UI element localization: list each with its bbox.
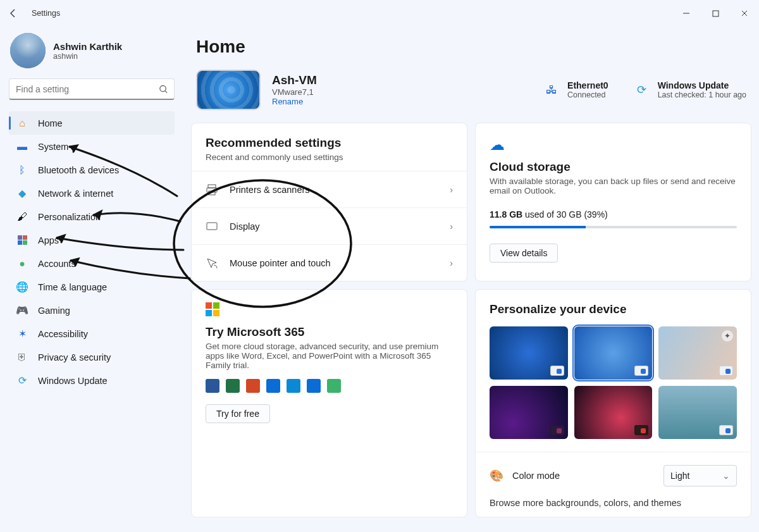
onedrive-icon	[287, 379, 300, 393]
maximize-button[interactable]	[701, 4, 730, 23]
cloud-card: ☁ Cloud storage With available storage, …	[475, 123, 751, 281]
sidebar: Ashwin Karthik ashwin ⌂Home ▬System ᛒBlu…	[0, 27, 183, 532]
chevron-right-icon: ›	[450, 221, 453, 232]
nav-label: Accounts	[38, 259, 76, 269]
sidebar-item-privacy[interactable]: ⛨Privacy & security	[9, 345, 175, 369]
cloud-title: Cloud storage	[490, 160, 737, 174]
svg-rect-5	[207, 223, 217, 230]
chevron-right-icon: ›	[450, 258, 453, 268]
outlook-icon	[307, 379, 321, 393]
palette-icon: 🎨	[490, 469, 503, 483]
search-box[interactable]	[9, 78, 175, 100]
nav-label: Bluetooth & devices	[38, 165, 119, 175]
cloud-icon: ☁	[490, 136, 737, 154]
nav-label: Personalization	[38, 212, 101, 222]
nav-label: Time & language	[38, 282, 107, 292]
update-sub: Last checked: 1 hour ago	[658, 90, 746, 99]
device-model: VMware7,1	[272, 87, 317, 97]
close-button[interactable]	[730, 4, 759, 23]
nav-label: Accessibility	[38, 329, 88, 339]
sidebar-item-accessibility[interactable]: ✶Accessibility	[9, 322, 175, 345]
minimize-button[interactable]	[672, 4, 701, 23]
rename-link[interactable]: Rename	[272, 97, 317, 106]
mouse-icon	[206, 257, 218, 269]
svg-rect-3	[207, 188, 217, 192]
search-icon	[159, 85, 168, 94]
minimize-icon	[682, 9, 690, 17]
theme-option-5[interactable]	[574, 386, 653, 439]
word-icon	[206, 379, 219, 393]
page-title: Home	[196, 37, 751, 57]
update-status[interactable]: ⟳ Windows Update Last checked: 1 hour ag…	[634, 80, 746, 99]
recommended-item-display[interactable]: Display ›	[192, 207, 467, 244]
device-thumbnail[interactable]	[196, 70, 261, 110]
theme-option-1[interactable]	[490, 326, 568, 380]
window-title: Settings	[32, 9, 60, 18]
personalize-title: Personalize your device	[490, 302, 737, 316]
sidebar-item-personalization[interactable]: 🖌Personalization	[9, 205, 175, 228]
update-icon: ⟳	[16, 375, 28, 387]
chevron-down-icon: ⌄	[722, 471, 730, 481]
sidebar-item-apps[interactable]: Apps	[9, 228, 175, 252]
person-icon: ●	[16, 258, 28, 269]
main-content: Home Ash-VM VMware7,1 Rename 🖧 Ethernet0…	[183, 27, 759, 532]
home-icon: ⌂	[16, 118, 28, 129]
apps-icon	[16, 235, 28, 246]
back-button[interactable]	[6, 6, 20, 20]
search-input[interactable]	[9, 78, 175, 100]
recommended-item-printers[interactable]: Printers & scanners ›	[192, 171, 467, 207]
sidebar-item-accounts[interactable]: ●Accounts	[9, 252, 175, 275]
device-name: Ash-VM	[272, 73, 317, 87]
theme-option-2[interactable]	[574, 326, 653, 380]
m365-card: Try Microsoft 365 Get more cloud storage…	[191, 289, 467, 517]
microsoft-logo-icon	[206, 302, 219, 316]
network-title: Ethernet0	[567, 80, 608, 90]
m365-title: Try Microsoft 365	[206, 325, 453, 339]
storage-text: 11.8 GB used of 30 GB (39%)	[490, 209, 737, 220]
theme-option-6[interactable]	[658, 386, 737, 439]
recommended-label: Display	[230, 221, 260, 232]
sidebar-item-network[interactable]: ◆Network & internet	[9, 182, 175, 205]
nav-label: Privacy & security	[38, 352, 111, 362]
theme-option-3[interactable]: ✦	[658, 326, 737, 380]
bluetooth-icon: ᛒ	[16, 164, 28, 176]
globe-icon: 🌐	[16, 281, 28, 293]
view-details-button[interactable]: View details	[490, 244, 558, 263]
nav-label: Network & internet	[38, 189, 113, 199]
nav-label: System	[38, 142, 68, 152]
defender-icon	[266, 379, 280, 393]
nav-list: ⌂Home ▬System ᛒBluetooth & devices ◆Netw…	[9, 111, 175, 392]
theme-spotlight-icon: ✦	[722, 330, 733, 342]
svg-rect-2	[208, 185, 216, 188]
nav-label: Gaming	[38, 306, 70, 316]
svg-point-1	[160, 85, 166, 91]
shield-icon: ⛨	[16, 352, 28, 363]
wifi-icon: ◆	[16, 188, 28, 199]
network-status[interactable]: 🖧 Ethernet0 Connected	[543, 80, 608, 99]
maximize-icon	[712, 10, 719, 17]
profile-block[interactable]: Ashwin Karthik ashwin	[9, 33, 175, 78]
browse-more-link[interactable]: Browse more backgrounds, colors, and the…	[490, 486, 737, 508]
avatar	[10, 33, 46, 68]
profile-user: ashwin	[53, 52, 122, 61]
update-status-icon: ⟳	[634, 82, 650, 98]
svg-rect-0	[713, 11, 719, 16]
theme-option-4[interactable]	[490, 386, 568, 439]
color-mode-select[interactable]: Light ⌄	[663, 465, 737, 486]
recommended-card: Recommended settings Recent and commonly…	[191, 123, 467, 281]
sidebar-item-time-language[interactable]: 🌐Time & language	[9, 275, 175, 299]
sidebar-item-home[interactable]: ⌂Home	[9, 111, 175, 135]
cloud-subtitle: With available storage, you can back up …	[490, 176, 737, 195]
try-free-button[interactable]: Try for free	[206, 404, 270, 423]
m365-subtitle: Get more cloud storage, advanced securit…	[206, 342, 453, 370]
sidebar-item-bluetooth[interactable]: ᛒBluetooth & devices	[9, 158, 175, 182]
sidebar-item-gaming[interactable]: 🎮Gaming	[9, 299, 175, 322]
profile-name: Ashwin Karthik	[53, 41, 122, 52]
network-sub: Connected	[567, 90, 608, 99]
recommended-item-mouse[interactable]: Mouse pointer and touch ›	[192, 244, 467, 281]
sidebar-item-system[interactable]: ▬System	[9, 135, 175, 158]
sidebar-item-update[interactable]: ⟳Windows Update	[9, 369, 175, 392]
powerpoint-icon	[246, 379, 260, 393]
nav-label: Windows Update	[38, 376, 108, 386]
display-icon	[206, 220, 218, 233]
